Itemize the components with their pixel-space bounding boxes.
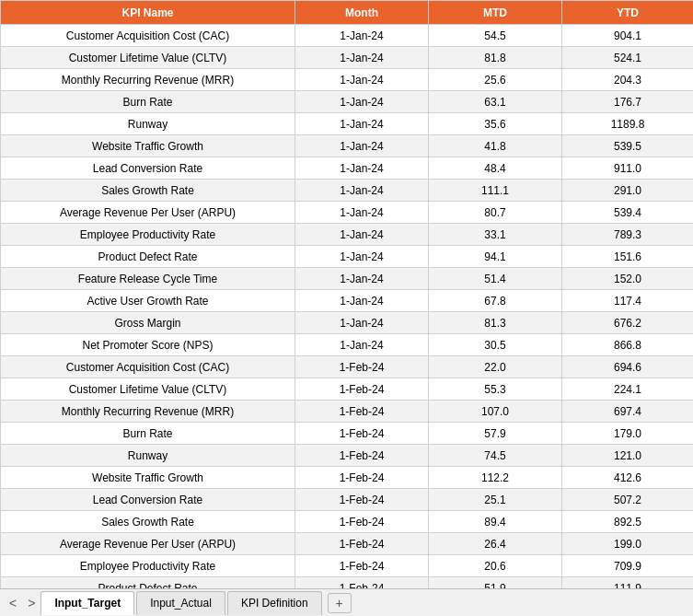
cell-month: 1-Jan-24 [295,290,429,312]
cell-kpi: Lead Conversion Rate [1,489,295,511]
cell-kpi: Burn Rate [1,91,295,113]
table-row: Net Promoter Score (NPS)1-Jan-2430.5866.… [1,334,694,356]
cell-month: 1-Jan-24 [295,157,429,180]
cell-kpi: Monthly Recurring Revenue (MRR) [1,69,295,91]
cell-kpi: Customer Acquisition Cost (CAC) [1,25,295,47]
cell-ytd: 697.4 [562,401,694,423]
cell-ytd: 1189.8 [562,113,694,135]
cell-mtd: 81.8 [429,47,562,69]
cell-ytd: 412.6 [562,467,694,489]
table-row: Lead Conversion Rate1-Jan-2448.4911.0 [1,157,694,180]
cell-month: 1-Jan-24 [295,47,429,69]
cell-kpi: Feature Release Cycle Time [1,268,295,290]
cell-mtd: 112.2 [429,467,562,489]
cell-kpi: Website Traffic Growth [1,135,295,157]
table-row: Customer Lifetime Value (CLTV)1-Jan-2481… [1,47,694,69]
cell-mtd: 41.8 [429,135,562,157]
cell-kpi: Customer Acquisition Cost (CAC) [1,356,295,378]
cell-mtd: 54.5 [429,25,562,47]
cell-month: 1-Jan-24 [295,334,429,356]
cell-mtd: 89.4 [429,511,562,533]
cell-mtd: 35.6 [429,113,562,135]
table-row: Burn Rate1-Jan-2463.1176.7 [1,91,694,113]
cell-mtd: 63.1 [429,91,562,113]
cell-ytd: 694.6 [562,356,694,378]
table-row: Lead Conversion Rate1-Feb-2425.1507.2 [1,489,694,511]
cell-mtd: 67.8 [429,290,562,312]
cell-ytd: 539.5 [562,135,694,157]
cell-kpi: Runway [1,113,295,135]
cell-month: 1-Feb-24 [295,445,429,467]
cell-ytd: 152.0 [562,268,694,290]
cell-mtd: 51.9 [429,577,562,589]
table-row: Sales Growth Rate1-Feb-2489.4892.5 [1,511,694,533]
cell-mtd: 80.7 [429,202,562,224]
cell-mtd: 81.3 [429,312,562,334]
table-row: Runway1-Feb-2474.5121.0 [1,445,694,467]
cell-month: 1-Jan-24 [295,113,429,135]
cell-ytd: 204.3 [562,69,694,91]
cell-kpi: Sales Growth Rate [1,511,295,533]
cell-ytd: 524.1 [562,47,694,69]
cell-mtd: 94.1 [429,246,562,268]
tab-input-actual[interactable]: Input_Actual [136,591,225,615]
tab-next-button[interactable]: > [22,594,40,612]
table-container: KPI Name Month MTD YTD Customer Acquisit… [0,0,693,588]
header-month: Month [295,1,429,25]
cell-mtd: 74.5 [429,445,562,467]
table-row: Customer Acquisition Cost (CAC)1-Jan-245… [1,25,694,47]
cell-month: 1-Feb-24 [295,401,429,423]
cell-ytd: 789.3 [562,224,694,246]
cell-kpi: Burn Rate [1,423,295,445]
kpi-table: KPI Name Month MTD YTD Customer Acquisit… [0,0,693,588]
cell-ytd: 117.4 [562,290,694,312]
cell-kpi: Employee Productivity Rate [1,224,295,246]
table-row: Website Traffic Growth1-Feb-24112.2412.6 [1,467,694,489]
cell-mtd: 20.6 [429,555,562,577]
table-row: Monthly Recurring Revenue (MRR)1-Feb-241… [1,401,694,423]
cell-kpi: Customer Lifetime Value (CLTV) [1,47,295,69]
cell-month: 1-Feb-24 [295,577,429,589]
table-row: Sales Growth Rate1-Jan-24111.1291.0 [1,180,694,202]
cell-mtd: 57.9 [429,423,562,445]
cell-ytd: 507.2 [562,489,694,511]
cell-month: 1-Feb-24 [295,555,429,577]
cell-month: 1-Feb-24 [295,533,429,555]
table-row: Employee Productivity Rate1-Jan-2433.178… [1,224,694,246]
cell-month: 1-Feb-24 [295,378,429,401]
cell-ytd: 224.1 [562,378,694,401]
cell-ytd: 709.9 [562,555,694,577]
table-row: Employee Productivity Rate1-Feb-2420.670… [1,555,694,577]
cell-month: 1-Jan-24 [295,202,429,224]
cell-month: 1-Feb-24 [295,423,429,445]
tab-kpi-definition[interactable]: KPI Definition [227,591,322,615]
tab-prev-button[interactable]: < [4,594,22,612]
table-header-row: KPI Name Month MTD YTD [1,1,694,25]
cell-mtd: 107.0 [429,401,562,423]
tab-bar: < > Input_Target Input_Actual KPI Defini… [0,588,693,616]
cell-kpi: Product Defect Rate [1,577,295,589]
cell-month: 1-Jan-24 [295,25,429,47]
cell-mtd: 48.4 [429,157,562,180]
cell-ytd: 121.0 [562,445,694,467]
cell-ytd: 179.0 [562,423,694,445]
header-ytd: YTD [562,1,694,25]
cell-mtd: 22.0 [429,356,562,378]
tab-input-target[interactable]: Input_Target [40,591,134,615]
cell-month: 1-Feb-24 [295,467,429,489]
table-row: Website Traffic Growth1-Jan-2441.8539.5 [1,135,694,157]
table-row: Product Defect Rate1-Feb-2451.9111.9 [1,577,694,589]
cell-ytd: 151.6 [562,246,694,268]
cell-mtd: 33.1 [429,224,562,246]
cell-month: 1-Jan-24 [295,246,429,268]
cell-ytd: 176.7 [562,91,694,113]
tab-add-button[interactable]: + [328,593,352,613]
cell-month: 1-Jan-24 [295,312,429,334]
cell-ytd: 676.2 [562,312,694,334]
cell-ytd: 866.8 [562,334,694,356]
cell-month: 1-Jan-24 [295,224,429,246]
table-row: Product Defect Rate1-Jan-2494.1151.6 [1,246,694,268]
cell-ytd: 291.0 [562,180,694,202]
cell-kpi: Website Traffic Growth [1,467,295,489]
table-row: Feature Release Cycle Time1-Jan-2451.415… [1,268,694,290]
